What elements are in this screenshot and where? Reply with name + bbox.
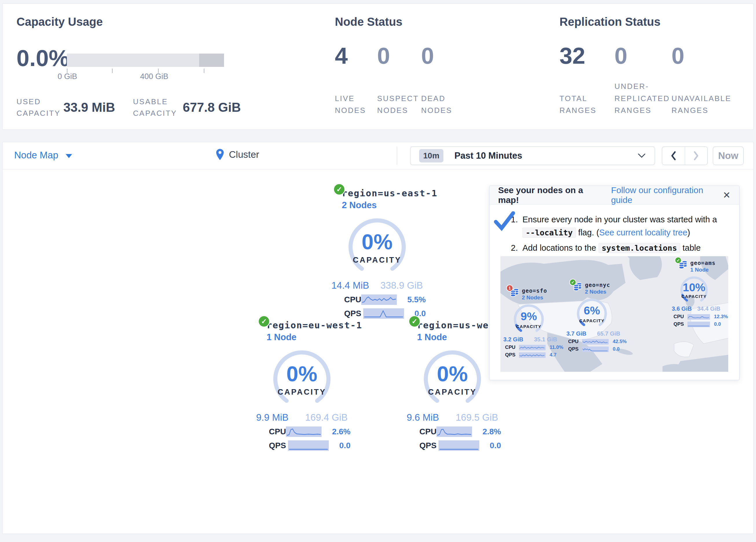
used-capacity: 9.6 MiB: [407, 412, 439, 423]
qps-metric-row: QPS 0.0: [568, 346, 630, 352]
breadcrumb-label: Cluster: [229, 149, 259, 160]
breadcrumb[interactable]: Cluster: [216, 148, 259, 161]
capacity-gauge-label: CAPACITY: [513, 324, 545, 329]
cpu-label: CPU: [505, 345, 519, 350]
total-ranges-metric: 32 TOTAL RANGES: [559, 44, 614, 117]
nodes-on-map-popup: See your nodes on a map! Follow our conf…: [489, 185, 740, 380]
popup-title: See your nodes on a map!: [498, 185, 602, 205]
cpu-value: 42.5%: [613, 339, 627, 345]
cpu-metric-row: CPU 5.5%: [344, 295, 426, 305]
usable-capacity-value: 677.8 GiB: [183, 100, 241, 115]
capacity-percent: 9%: [513, 310, 545, 323]
capacity-percent: 0%: [346, 229, 408, 254]
now-button[interactable]: Now: [713, 146, 744, 165]
qps-metric-row: QPS 0.0: [419, 440, 501, 451]
cluster-summary-panel: Capacity Usage 0.0% 0 GiB 400 GiB USED C…: [2, 3, 754, 130]
capacity-gauge: 0% CAPACITY: [421, 348, 484, 410]
capacity-gauge: 0% CAPACITY: [271, 348, 333, 410]
live-nodes-label: LIVE NODES: [335, 93, 373, 117]
locality-node-count: 1 Node: [267, 332, 362, 343]
healthy-check-icon: ✓: [675, 257, 682, 264]
under-replicated-metric: 0 UNDER-REPLICATED RANGES: [614, 44, 671, 117]
node-status-title: Node Status: [335, 15, 402, 28]
configuration-guide-link[interactable]: Follow our configuration guide: [611, 185, 723, 205]
time-pager: [662, 146, 708, 165]
node-status-section: Node Status 4 LIVE NODES 0 SUSPECT NODES…: [321, 4, 559, 129]
mini-node-group-nyc: ✓ geo=nyc 2 Nodes: [568, 282, 630, 352]
chevron-right-icon: [693, 151, 700, 161]
view-selector-label: Node Map: [14, 150, 58, 161]
map-pin-icon: [216, 148, 224, 161]
capacity-percent: 0%: [271, 362, 333, 386]
cpu-label: CPU: [674, 314, 687, 320]
locality-node-count: 2 Nodes: [342, 200, 438, 210]
node-group-us-west-1[interactable]: ✓ region=us-west-1 1 Node 0% CAPACITY: [403, 320, 501, 451]
time-range-dropdown[interactable]: 10m Past 10 Minutes: [410, 146, 655, 165]
cpu-sparkline: [519, 345, 546, 350]
qps-metric-row: QPS 4.7: [505, 352, 567, 358]
unavailable-ranges-label: UNAVAILABLE RANGES: [671, 93, 729, 117]
system-locations-code: system.locations: [599, 243, 680, 253]
locality-title: geo=sfo: [522, 288, 547, 294]
healthy-check-icon: ✓: [408, 315, 421, 328]
node-group-eu-west-1[interactable]: ✓ region=eu-west-1 1 Node 0% CAPACITY: [252, 320, 351, 451]
locality-title: region=eu-west-1: [267, 320, 362, 330]
mini-node-group-sfo: 1 geo=sfo 2 Nodes: [504, 288, 567, 358]
view-selector-dropdown[interactable]: Node Map: [14, 150, 72, 161]
suspect-nodes-label: SUSPECT NODES: [377, 93, 418, 117]
alert-badge-icon: 1: [506, 285, 513, 292]
locality-tree-link[interactable]: See current locality tree: [599, 228, 687, 237]
used-capacity: 3.6 GiB: [672, 306, 692, 312]
total-capacity: 35.1 GiB: [534, 336, 557, 343]
next-time-button[interactable]: [685, 147, 708, 165]
example-node-map: 1 geo=sfo 2 Nodes: [500, 256, 728, 372]
cpu-label: CPU: [269, 427, 286, 436]
unavailable-ranges-metric: 0 UNAVAILABLE RANGES: [671, 44, 732, 117]
total-capacity: 34.4 GiB: [697, 306, 720, 312]
capacity-gauge: 9% CAPACITY: [513, 303, 545, 336]
qps-sparkline: [363, 308, 404, 319]
capacity-percent: 10%: [679, 281, 709, 294]
qps-label: QPS: [419, 441, 438, 450]
capacity-usage-bar-segment: [199, 54, 224, 67]
healthy-check-icon: ✓: [333, 183, 345, 195]
chevron-down-icon: [638, 153, 645, 158]
dead-nodes-metric: 0 DEAD NODES: [421, 44, 467, 117]
total-capacity: 169.4 GiB: [305, 412, 348, 423]
capacity-usage-title: Capacity Usage: [16, 15, 103, 28]
close-icon[interactable]: ✕: [723, 190, 731, 201]
qps-value: 0.0: [339, 441, 351, 450]
capacity-percent: 0%: [421, 362, 484, 386]
replication-status-section: Replication Status 32 TOTAL RANGES 0 UND…: [559, 4, 753, 129]
toolbar: Node Map Cluster 10m Past 10 Minutes: [3, 142, 753, 169]
qps-value: 0.0: [613, 346, 620, 352]
cpu-value: 2.6%: [332, 427, 351, 436]
used-capacity-value: 33.9 MiB: [63, 100, 115, 115]
healthy-check-icon: ✓: [569, 279, 576, 286]
qps-sparkline: [519, 352, 546, 358]
prev-time-button[interactable]: [662, 147, 685, 165]
cpu-value: 2.8%: [482, 427, 501, 436]
suspect-nodes-metric: 0 SUSPECT NODES: [377, 44, 421, 117]
qps-metric-row: QPS 0.0: [674, 322, 728, 327]
cpu-sparkline: [436, 427, 472, 437]
total-capacity: 338.9 GiB: [380, 280, 423, 291]
capacity-usage-bar: [67, 54, 224, 67]
node-group-us-east-1[interactable]: ✓ region=us-east-1 2 Nodes 0% CAPACIT: [327, 188, 426, 319]
capacity-tick-400: 400 GiB: [140, 72, 168, 81]
under-replicated-value: 0: [614, 44, 671, 67]
cpu-metric-row: CPU 11.0%: [505, 345, 567, 350]
qps-sparkline: [438, 440, 479, 451]
caret-down-icon: [66, 154, 72, 158]
total-capacity: 169.5 GiB: [456, 412, 498, 423]
qps-value: 0.0: [490, 441, 501, 450]
time-range-badge: 10m: [419, 149, 443, 162]
capacity-gauge: 6% CAPACITY: [576, 297, 608, 330]
capacity-gauge-label: CAPACITY: [421, 388, 484, 397]
used-capacity: 9.9 MiB: [256, 412, 289, 423]
cpu-sparkline: [361, 295, 397, 305]
cpu-sparkline: [687, 314, 710, 320]
cpu-value: 5.5%: [407, 295, 426, 304]
cpu-value: 12.3%: [714, 314, 728, 320]
qps-metric-row: QPS 0.0: [269, 440, 351, 451]
